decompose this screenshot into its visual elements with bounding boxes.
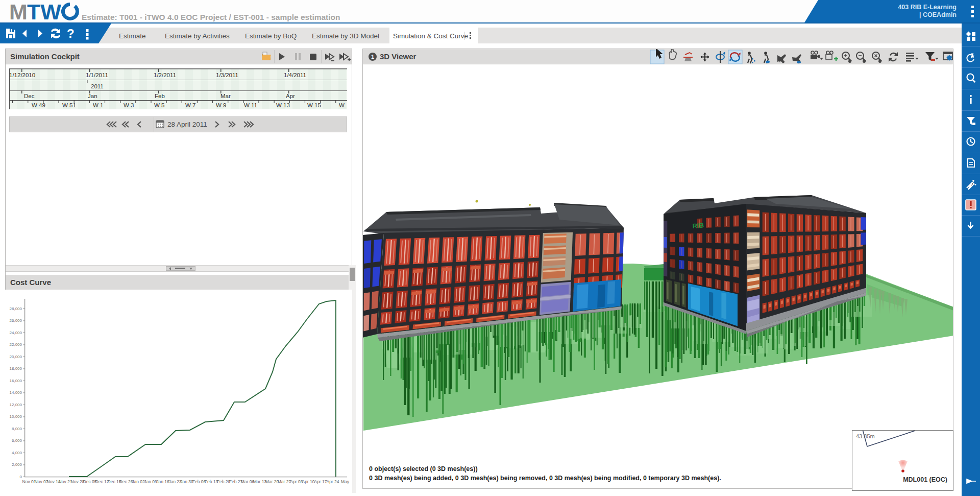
- svg-text:12,000: 12,000: [10, 403, 22, 407]
- svg-text:Mar 13: Mar 13: [253, 479, 267, 484]
- svg-text:43.35m: 43.35m: [856, 433, 875, 439]
- svg-text:2,000: 2,000: [12, 462, 22, 467]
- svg-text:10,000: 10,000: [10, 414, 22, 419]
- svg-text:MDL001 (EOC): MDL001 (EOC): [903, 476, 947, 483]
- svg-text:1/2/2011: 1/2/2011: [154, 72, 176, 78]
- svg-text:0: 0: [20, 475, 22, 479]
- svg-text:W 51: W 51: [62, 102, 76, 108]
- svg-text:W 7: W 7: [185, 102, 195, 108]
- svg-text:Mar: Mar: [220, 93, 231, 99]
- svg-text:Mar 06: Mar 06: [241, 479, 255, 484]
- svg-text:26,000: 26,000: [10, 318, 22, 323]
- svg-text:Mar 20: Mar 20: [265, 479, 279, 484]
- svg-text:Apr: Apr: [286, 93, 295, 99]
- svg-text:Jan 02: Jan 02: [132, 479, 145, 484]
- svg-text:W 13: W 13: [276, 102, 290, 108]
- svg-text:1/12/2010: 1/12/2010: [9, 72, 35, 78]
- svg-text:2011: 2011: [91, 83, 104, 89]
- svg-text:W 1: W 1: [93, 102, 103, 108]
- svg-text:Jan 09: Jan 09: [144, 479, 157, 484]
- svg-text:Feb: Feb: [155, 93, 165, 99]
- svg-text:Apr 03: Apr 03: [290, 479, 303, 484]
- svg-text:22,000: 22,000: [10, 342, 22, 347]
- svg-text:M: M: [9, 1, 28, 23]
- svg-text:14,000: 14,000: [10, 390, 22, 395]
- svg-text:Apr 24: Apr 24: [326, 479, 339, 484]
- svg-text:TW: TW: [27, 1, 61, 23]
- svg-text:Jan: Jan: [88, 93, 97, 99]
- svg-text:W: W: [339, 102, 345, 108]
- svg-text:6,000: 6,000: [12, 438, 22, 443]
- svg-text:4,000: 4,000: [12, 451, 22, 455]
- svg-text:Feb 13: Feb 13: [205, 479, 218, 484]
- svg-text:8,000: 8,000: [12, 427, 22, 431]
- svg-text:Dec: Dec: [24, 93, 35, 99]
- svg-text:W 3: W 3: [124, 102, 134, 108]
- svg-text:W 15: W 15: [307, 102, 321, 108]
- svg-text:Dec 26: Dec 26: [119, 479, 133, 484]
- svg-text:1/3/2011: 1/3/2011: [216, 72, 238, 78]
- svg-text:16,000: 16,000: [10, 379, 22, 383]
- svg-text:Jan 23: Jan 23: [168, 479, 182, 484]
- svg-text:Jan 30: Jan 30: [180, 479, 193, 484]
- svg-text:?: ?: [67, 27, 75, 40]
- svg-text:28 April 2011: 28 April 2011: [167, 121, 207, 128]
- svg-text:1/1/2011: 1/1/2011: [86, 72, 108, 78]
- svg-text:1/4/2011: 1/4/2011: [284, 72, 306, 78]
- svg-text:Mar 27: Mar 27: [278, 479, 291, 484]
- svg-text:W 49: W 49: [32, 102, 45, 108]
- svg-text:24,000: 24,000: [10, 330, 22, 335]
- svg-text:RIB: RIB: [692, 221, 704, 230]
- svg-text:May: May: [341, 479, 350, 484]
- svg-text:Apr 17: Apr 17: [314, 479, 327, 484]
- svg-text:28,000: 28,000: [10, 306, 22, 311]
- svg-text:Apr 10: Apr 10: [302, 479, 314, 484]
- svg-text:Feb 20: Feb 20: [217, 479, 231, 484]
- svg-text:W 9: W 9: [216, 102, 226, 108]
- svg-text:18,000: 18,000: [10, 366, 22, 371]
- svg-text:20,000: 20,000: [10, 355, 22, 359]
- svg-text:W 11: W 11: [244, 102, 257, 108]
- svg-text:Feb 06: Feb 06: [192, 479, 206, 484]
- svg-text:W 5: W 5: [154, 102, 164, 108]
- svg-text:Jan 16: Jan 16: [156, 479, 169, 484]
